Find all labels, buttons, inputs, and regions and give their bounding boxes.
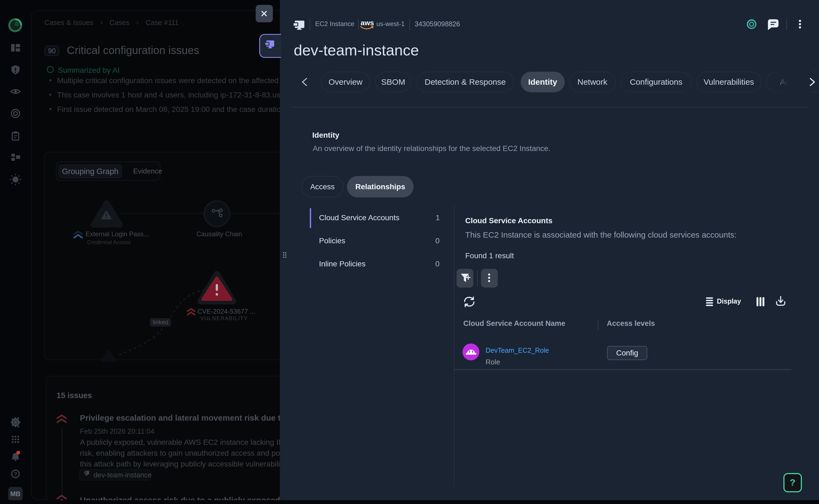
svg-text:?: ?: [14, 471, 17, 477]
